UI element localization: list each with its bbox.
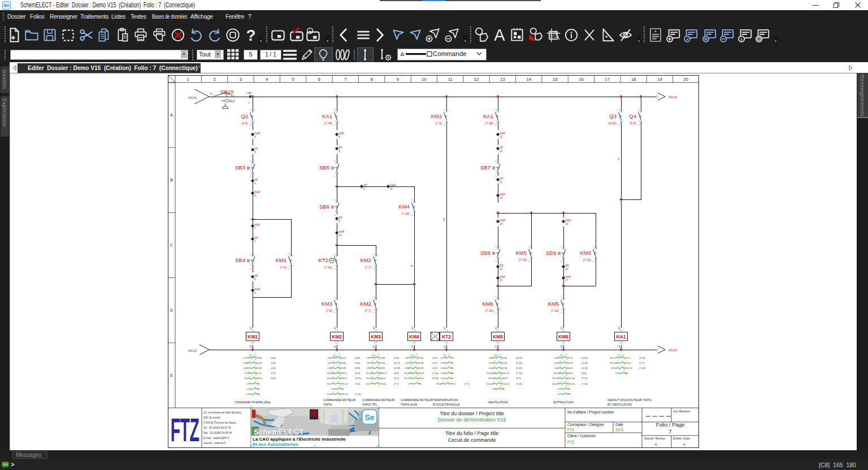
svg-text:(4.10): (4.10) xyxy=(581,367,588,369)
svg-text:L96: L96 xyxy=(381,356,385,359)
svg-text:XAP: XAP xyxy=(247,92,252,94)
svg-text:(7.7): (7.7) xyxy=(465,382,470,385)
svg-text:(7.7): (7.7) xyxy=(394,382,399,385)
svg-text:IF6/16: IF6/16 xyxy=(188,96,197,99)
svg-text:XAP: XAP xyxy=(338,132,345,135)
svg-text:2: 2 xyxy=(373,268,375,269)
svg-text:EXTRACTION: EXTRACTION xyxy=(553,401,573,404)
svg-text:A1: A1 xyxy=(618,327,620,329)
svg-text:15-13: 15-13 xyxy=(342,393,348,395)
svg-text:KM6: KM6 xyxy=(558,334,568,340)
svg-text:(7.10): (7.10) xyxy=(401,212,410,215)
svg-text:13: 13 xyxy=(500,77,505,82)
svg-text:2: 2 xyxy=(334,215,336,216)
svg-text:51: 51 xyxy=(440,362,442,364)
svg-text:A2: A2 xyxy=(373,345,375,348)
svg-text:NO 2: NO 2 xyxy=(381,372,387,375)
svg-text:2: 2 xyxy=(638,124,640,125)
svg-text:L96: L96 xyxy=(503,356,507,359)
svg-text:1: 1 xyxy=(334,160,336,162)
svg-text:15: 15 xyxy=(553,77,557,82)
svg-text:52: 52 xyxy=(258,393,260,395)
svg-text:L39: L39 xyxy=(381,367,385,369)
svg-text:(4.15): (4.15) xyxy=(516,356,523,359)
svg-text:51: 51 xyxy=(557,388,559,390)
svg-text:L54: L54 xyxy=(489,367,493,369)
svg-text:(4.17): (4.17) xyxy=(394,362,401,364)
svg-text:(3.6): (3.6) xyxy=(355,362,360,364)
svg-text:L16: L16 xyxy=(503,367,507,369)
svg-text:L90: L90 xyxy=(342,362,346,364)
svg-text:51: 51 xyxy=(331,388,333,390)
svg-text:L24: L24 xyxy=(258,362,262,364)
svg-text:A2: A2 xyxy=(334,345,336,348)
svg-text:15-4: 15-4 xyxy=(327,377,332,380)
svg-text:XP: XP xyxy=(254,274,258,277)
svg-text:51: 51 xyxy=(615,372,617,375)
svg-text:2: 2 xyxy=(495,312,497,313)
svg-text:L94: L94 xyxy=(258,356,262,359)
svg-text:IF10/6: IF10/6 xyxy=(669,95,677,99)
svg-text:L38: L38 xyxy=(328,367,332,369)
svg-text:XP: XP xyxy=(338,216,342,219)
svg-text:L17: L17 xyxy=(244,356,248,359)
svg-text:12: 12 xyxy=(500,136,503,138)
svg-text:1: 1 xyxy=(250,109,252,110)
svg-text:(4.8): (4.8) xyxy=(271,367,276,369)
svg-text:11: 11 xyxy=(390,188,393,190)
svg-text:13-15: 13-15 xyxy=(487,372,493,375)
svg-text:52: 52 xyxy=(503,388,505,390)
svg-text:A2: A2 xyxy=(250,345,252,348)
svg-text:2: 2 xyxy=(378,354,379,356)
svg-text:A1: A1 xyxy=(561,327,563,329)
svg-text:E: E xyxy=(558,251,561,256)
svg-text:L28: L28 xyxy=(419,362,424,364)
svg-text:13-15: 13-15 xyxy=(568,382,575,385)
svg-text:KT2: KT2 xyxy=(442,334,451,340)
svg-text:Dossier de démonstration V15: Dossier de démonstration V15 xyxy=(437,417,506,423)
svg-text:1: 1 xyxy=(444,109,446,110)
svg-text:52: 52 xyxy=(342,388,344,390)
svg-text:A2: A2 xyxy=(618,345,620,348)
svg-text:XAP: XAP xyxy=(338,230,345,233)
svg-text:L94: L94 xyxy=(489,356,493,359)
svg-text:(7.7): (7.7) xyxy=(364,266,371,269)
svg-text:52: 52 xyxy=(452,372,454,375)
svg-text:XAP: XAP xyxy=(254,288,261,291)
svg-text:KM6: KM6 xyxy=(482,301,493,307)
svg-text:A1: A1 xyxy=(250,327,252,329)
svg-text:1: 1 xyxy=(495,297,497,298)
svg-text:11: 11 xyxy=(500,181,502,184)
svg-text:B: B xyxy=(170,178,173,182)
svg-text:E: E xyxy=(331,204,334,210)
svg-text:1: 1 xyxy=(561,246,563,247)
svg-text:1: 1 xyxy=(373,253,375,254)
svg-text:L97: L97 xyxy=(405,356,410,359)
svg-text:A: A xyxy=(494,27,505,43)
svg-text:KM4: KM4 xyxy=(409,334,419,340)
svg-text:L34: L34 xyxy=(554,367,559,369)
svg-text:L37: L37 xyxy=(367,362,371,364)
svg-text:L28: L28 xyxy=(503,362,507,364)
svg-text:15: 15 xyxy=(500,279,503,282)
svg-text:XP: XP xyxy=(500,146,504,149)
svg-text:(7.5): (7.5) xyxy=(271,372,276,375)
svg-text:(7.15): (7.15) xyxy=(485,309,493,312)
svg-text:13-12: 13-12 xyxy=(503,382,509,385)
svg-text:51: 51 xyxy=(440,372,442,375)
svg-text:L94: L94 xyxy=(554,356,559,359)
svg-text:10: 10 xyxy=(422,77,426,82)
svg-text:SB8: SB8 xyxy=(480,250,491,256)
svg-text:SB3: SB3 xyxy=(235,164,245,171)
svg-text:16: 16 xyxy=(579,77,583,82)
svg-text:KM6: KM6 xyxy=(580,250,591,256)
svg-text:F-54710 Thermes les Nancy: F-54710 Thermes les Nancy xyxy=(203,421,237,424)
svg-text:(3.5): (3.5) xyxy=(432,362,437,364)
svg-text:13-14: 13-14 xyxy=(552,382,558,385)
svg-text:Fax : 33 (0)383 54 95 64: Fax : 33 (0)383 54 95 64 xyxy=(203,432,232,434)
svg-text:A2: A2 xyxy=(444,345,446,348)
svg-text:XAP: XAP xyxy=(565,275,571,278)
svg-text:52: 52 xyxy=(568,388,571,390)
svg-text:KA1: KA1 xyxy=(483,113,493,119)
svg-text:2022: 2022 xyxy=(615,428,624,432)
